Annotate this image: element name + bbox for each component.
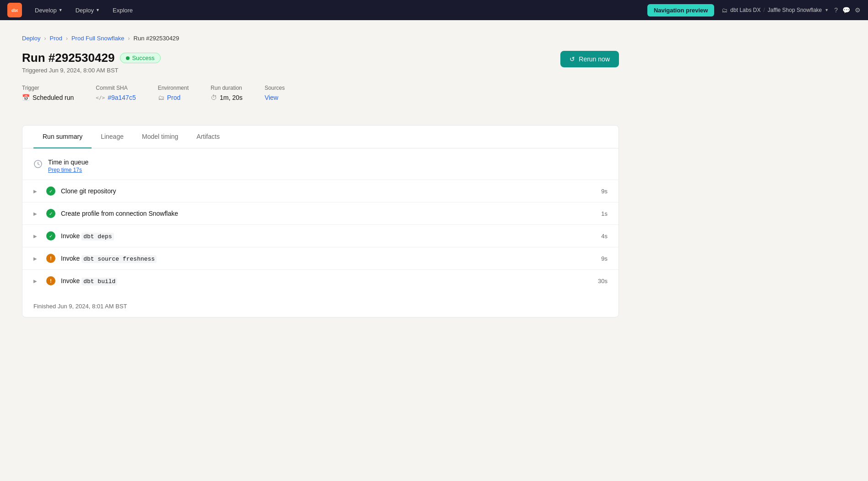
- chat-icon[interactable]: 💬: [842, 6, 850, 14]
- nav-right: 🗂 dbt Labs DX / Jaffle Shop Snowflake ▼ …: [722, 6, 861, 14]
- breadcrumb-sep: ›: [128, 35, 130, 42]
- run-header: Run #292530429 Success Triggered Jun 9, …: [22, 51, 619, 74]
- meta-environment: Environment 🗂 Prod: [158, 85, 189, 101]
- status-badge: Success: [120, 53, 160, 63]
- step-invoke-build[interactable]: ▶ ! Invoke dbt build 30s: [22, 270, 618, 292]
- workspace-breadcrumb: 🗂 dbt Labs DX / Jaffle Shop Snowflake ▼: [722, 7, 829, 14]
- run-number: Run #292530429: [22, 51, 114, 65]
- chevron-right-icon: ▶: [33, 279, 41, 284]
- code-command: dbt deps: [81, 233, 114, 240]
- chevron-right-icon: ▶: [33, 211, 41, 216]
- sources-link[interactable]: View: [265, 94, 278, 101]
- svg-text:dbt: dbt: [11, 8, 18, 13]
- rerun-button[interactable]: ↺ Rerun now: [560, 51, 619, 67]
- queue-content: Time in queue Prep time 17s: [48, 159, 608, 173]
- chevron-down-icon: ▼: [59, 8, 63, 12]
- main-content: Deploy › Prod › Prod Full Snowflake › Ru…: [0, 20, 641, 332]
- trigger-value: 📅 Scheduled run: [22, 94, 74, 101]
- step-invoke-deps[interactable]: ▶ ✓ Invoke dbt deps 4s: [22, 225, 618, 247]
- meta-duration: Run duration ⏱ 1m, 20s: [211, 85, 243, 101]
- code-icon: </>: [96, 95, 105, 101]
- settings-icon[interactable]: ⚙: [855, 6, 861, 14]
- clock-icon: [33, 159, 43, 169]
- commit-value: </> #9a147c5: [96, 94, 136, 101]
- breadcrumb-sep: ›: [44, 35, 46, 42]
- step-name: Create profile from connection Snowflake: [61, 210, 587, 217]
- step-name: Invoke dbt deps: [61, 232, 587, 240]
- steps-container: Time in queue Prep time 17s ▶ ✓ Clone gi…: [22, 148, 618, 295]
- step-duration: 9s: [593, 255, 608, 262]
- step-duration: 1s: [593, 210, 608, 217]
- breadcrumb-deploy[interactable]: Deploy: [22, 35, 40, 42]
- nav-deploy[interactable]: Deploy ▼: [70, 4, 105, 16]
- step-content: Create profile from connection Snowflake: [61, 210, 587, 217]
- navigation-preview-button[interactable]: Navigation preview: [647, 4, 714, 16]
- warning-icon: !: [46, 276, 55, 285]
- folder-icon: 🗂: [722, 7, 727, 14]
- breadcrumb-prod[interactable]: Prod: [49, 35, 62, 42]
- timer-icon: ⏱: [211, 94, 217, 101]
- queue-name: Time in queue: [48, 159, 608, 166]
- calendar-icon: 📅: [22, 94, 30, 101]
- chevron-down-icon[interactable]: ▼: [825, 8, 829, 12]
- step-time-in-queue: Time in queue Prep time 17s: [22, 152, 618, 180]
- commit-label: Commit SHA: [96, 85, 136, 91]
- rerun-icon: ↺: [570, 55, 575, 63]
- chevron-right-icon: ▶: [33, 234, 41, 239]
- env-link[interactable]: Prod: [167, 94, 181, 101]
- step-name: Invoke dbt build: [61, 277, 587, 285]
- step-clone-git[interactable]: ▶ ✓ Clone git repository 9s: [22, 180, 618, 202]
- run-card: Run summary Lineage Model timing Artifac…: [22, 125, 619, 317]
- success-icon: ✓: [46, 231, 55, 240]
- nav-icons: ? 💬 ⚙: [834, 6, 861, 14]
- code-command: dbt build: [81, 278, 117, 285]
- sources-value: View: [265, 94, 285, 101]
- sources-label: Sources: [265, 85, 285, 91]
- step-create-profile[interactable]: ▶ ✓ Create profile from connection Snowf…: [22, 202, 618, 225]
- tabs: Run summary Lineage Model timing Artifac…: [22, 126, 618, 148]
- tab-run-summary[interactable]: Run summary: [33, 126, 92, 148]
- success-icon: ✓: [46, 186, 55, 196]
- top-navigation: dbt Develop ▼ Deploy ▼ Explore Navigatio…: [0, 0, 868, 20]
- env-icon: 🗂: [158, 94, 164, 101]
- nav-develop[interactable]: Develop ▼: [29, 4, 68, 16]
- status-label: Success: [132, 55, 154, 61]
- prep-time-link[interactable]: Prep time 17s: [48, 167, 608, 173]
- tab-artifacts[interactable]: Artifacts: [187, 126, 229, 148]
- dbt-logo-icon: dbt: [7, 3, 22, 17]
- step-invoke-source-freshness[interactable]: ▶ ! Invoke dbt source freshness 9s: [22, 247, 618, 270]
- step-content: Clone git repository: [61, 187, 587, 195]
- step-name: Invoke dbt source freshness: [61, 255, 587, 262]
- meta-trigger: Trigger 📅 Scheduled run: [22, 85, 74, 101]
- help-icon[interactable]: ?: [834, 6, 838, 14]
- commit-link[interactable]: #9a147c5: [108, 94, 136, 101]
- finished-text: Finished Jun 9, 2024, 8:01 AM BST: [22, 295, 618, 317]
- warning-icon: !: [46, 254, 55, 263]
- logo[interactable]: dbt: [7, 3, 22, 17]
- success-icon: ✓: [46, 209, 55, 218]
- rerun-label: Rerun now: [579, 55, 610, 63]
- step-name: Clone git repository: [61, 187, 587, 195]
- chevron-right-icon: ▶: [33, 256, 41, 261]
- svg-line-4: [38, 164, 39, 165]
- duration-value: ⏱ 1m, 20s: [211, 94, 243, 101]
- breadcrumb: Deploy › Prod › Prod Full Snowflake › Ru…: [22, 35, 619, 42]
- duration-label: Run duration: [211, 85, 243, 91]
- run-title-block: Run #292530429 Success Triggered Jun 9, …: [22, 51, 161, 74]
- step-duration: 4s: [593, 233, 608, 240]
- run-title-row: Run #292530429 Success: [22, 51, 161, 65]
- nav-explore[interactable]: Explore: [107, 4, 138, 16]
- step-content: Invoke dbt source freshness: [61, 255, 587, 262]
- chevron-right-icon: ▶: [33, 189, 41, 194]
- breadcrumb-prod-full-snowflake[interactable]: Prod Full Snowflake: [71, 35, 125, 42]
- step-content: Invoke dbt build: [61, 277, 587, 285]
- tab-lineage[interactable]: Lineage: [92, 126, 133, 148]
- step-content: Invoke dbt deps: [61, 232, 587, 240]
- meta-commit: Commit SHA </> #9a147c5: [96, 85, 136, 101]
- run-triggered: Triggered Jun 9, 2024, 8:00 AM BST: [22, 67, 161, 74]
- code-command: dbt source freshness: [81, 255, 157, 263]
- tab-model-timing[interactable]: Model timing: [133, 126, 187, 148]
- env-value: 🗂 Prod: [158, 94, 189, 101]
- meta-sources: Sources View: [265, 85, 285, 101]
- breadcrumb-sep: ›: [66, 35, 68, 42]
